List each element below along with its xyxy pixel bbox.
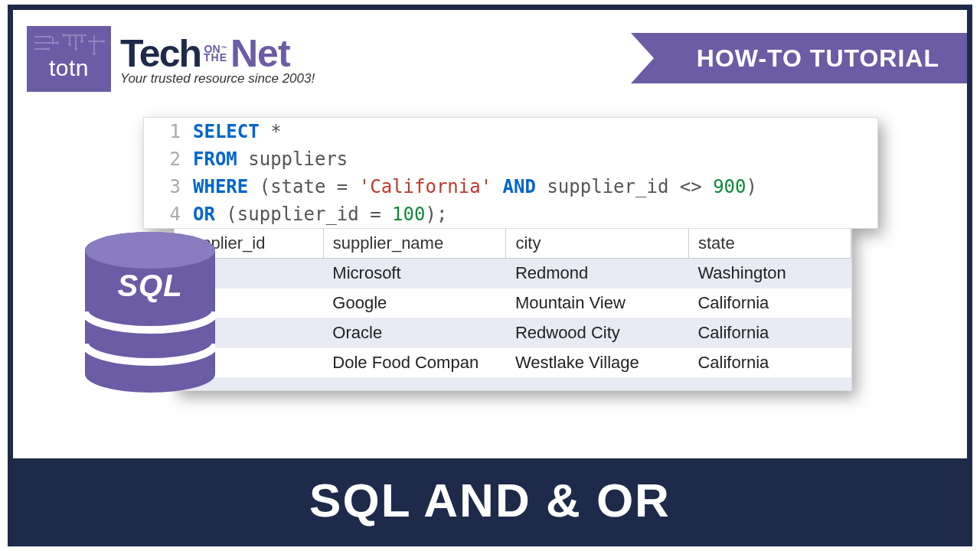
svg-point-6	[80, 40, 83, 43]
table-row: 700 Dole Food Compan Westlake Village Ca…	[175, 348, 851, 378]
num-900: 900	[713, 176, 746, 197]
table-row: 100 Microsoft Redmond Washington	[175, 259, 851, 289]
footer-title: SQL AND & OR	[309, 473, 671, 527]
svg-point-0	[48, 35, 51, 38]
kw-and: AND	[503, 176, 536, 197]
svg-point-4	[68, 43, 71, 46]
kw-from: FROM	[193, 148, 237, 170]
code-box: 1SELECT * 2FROM suppliers 3WHERE (state …	[143, 117, 878, 229]
col-city: city	[506, 229, 689, 259]
svg-point-7	[102, 40, 105, 43]
table-row: 300 Oracle Redwood City California	[175, 318, 851, 348]
svg-point-2	[47, 47, 50, 51]
db-label: SQL	[85, 269, 215, 303]
center-panel: 1SELECT * 2FROM suppliers 3WHERE (state …	[143, 117, 878, 391]
table-row: 200 Google Mountain View California	[175, 289, 851, 318]
svg-point-9	[85, 232, 215, 269]
logo-tagline: Your trusted resource since 2003!	[120, 71, 315, 86]
num-100: 100	[392, 204, 425, 225]
footer-bar: SQL AND & OR	[13, 458, 967, 541]
frame: totn Tech ON™ THE Net Your trusted resou…	[8, 5, 972, 546]
results-table: supplier_id supplier_name city state 100…	[174, 228, 852, 391]
logo-wordmark: Tech ON™ THE Net Your trusted resource s…	[120, 31, 315, 86]
col-state: state	[688, 229, 851, 259]
kw-where: WHERE	[193, 176, 248, 197]
svg-point-1	[56, 41, 59, 44]
svg-point-8	[93, 52, 96, 55]
ribbon-text: HOW-TO TUTORIAL	[697, 44, 939, 73]
logo-net: Net	[230, 31, 290, 76]
logo-the: THE	[204, 54, 227, 62]
str-california: 'California'	[359, 176, 492, 197]
logo-badge: totn	[27, 26, 111, 92]
logo-short: totn	[49, 55, 89, 81]
logo-tech: Tech	[120, 31, 201, 76]
database-icon: SQL	[85, 232, 215, 393]
svg-point-3	[62, 34, 65, 37]
kw-or: OR	[193, 204, 215, 225]
ribbon-banner: HOW-TO TUTORIAL	[654, 33, 967, 83]
svg-point-5	[74, 47, 77, 51]
circuit-icon	[33, 32, 109, 58]
kw-select: SELECT	[193, 121, 260, 142]
col-supplier-name: supplier_name	[323, 229, 506, 259]
